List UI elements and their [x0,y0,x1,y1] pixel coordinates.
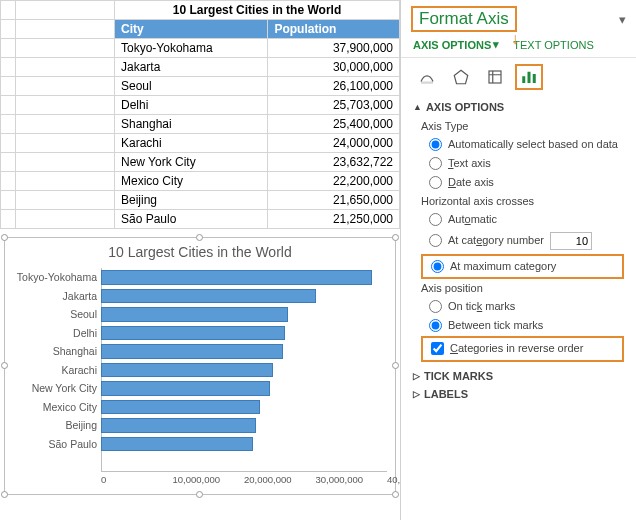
col-header-city[interactable]: City [114,20,267,39]
bar-label: Jakarta [11,290,101,302]
plot-area[interactable]: Tokyo-YokohamaJakartaSeoulDelhiShanghaiK… [11,268,387,472]
cell-pop[interactable]: 22,200,000 [268,172,400,191]
cell-pop[interactable]: 21,250,000 [268,210,400,229]
resize-handle[interactable] [196,234,203,241]
resize-handle[interactable] [196,491,203,498]
pane-title: Format Axis [411,6,517,32]
resize-handle[interactable] [392,362,399,369]
radio-at-cat-num[interactable] [429,234,442,247]
cell-pop[interactable]: 21,650,000 [268,191,400,210]
label-axis-type: Axis Type [421,118,624,135]
chevron-down-icon: ▾ [493,38,499,51]
bar[interactable] [101,418,256,433]
resize-handle[interactable] [1,362,8,369]
pane-menu-icon[interactable]: ▾ [619,12,626,27]
caret-right-icon: ▷ [413,389,420,399]
bar[interactable] [101,344,283,359]
cell-city[interactable]: Beijing [114,191,267,210]
size-properties-icon[interactable] [481,64,509,90]
cell-pop[interactable]: 30,000,000 [268,58,400,77]
x-axis[interactable]: 010,000,00020,000,00030,000,00040,000,00… [101,474,387,490]
cell-pop[interactable]: 26,100,000 [268,77,400,96]
cell-city[interactable]: Karachi [114,134,267,153]
callout-arrow-icon: ↓ [511,30,519,48]
cell-pop[interactable]: 24,000,000 [268,134,400,153]
bar[interactable] [101,400,260,415]
check-reverse-order[interactable] [431,342,444,355]
radio-between-tick[interactable] [429,319,442,332]
effects-icon[interactable] [447,64,475,90]
bar[interactable] [101,289,316,304]
cell-pop[interactable]: 25,703,000 [268,96,400,115]
cell-city[interactable]: Tokyo-Yokohama [114,39,267,58]
resize-handle[interactable] [1,234,8,241]
bar-label: Delhi [11,327,101,339]
col-header-pop[interactable]: Population [268,20,400,39]
cell-pop[interactable]: 25,400,000 [268,115,400,134]
bar-label: New York City [11,382,101,394]
table-title[interactable]: 10 Largest Cities in the World [114,1,399,20]
cell-pop[interactable]: 23,632,722 [268,153,400,172]
cell-city[interactable]: Mexico City [114,172,267,191]
bar[interactable] [101,270,372,285]
resize-handle[interactable] [392,234,399,241]
caret-right-icon: ▷ [413,371,420,381]
cell-city[interactable]: New York City [114,153,267,172]
cell-city[interactable]: Jakarta [114,58,267,77]
bar-label: São Paulo [11,438,101,450]
axis-options-icon[interactable] [515,64,543,90]
bar[interactable] [101,363,273,378]
bar[interactable] [101,437,253,452]
section-axis-options[interactable]: ▲AXIS OPTIONS [401,98,636,116]
cell-pop[interactable]: 37,900,000 [268,39,400,58]
bar-label: Mexico City [11,401,101,413]
data-table[interactable]: 10 Largest Cities in the World CityPopul… [0,0,400,229]
chart-object[interactable]: 10 Largest Cities in the World Tokyo-Yok… [4,237,396,495]
section-labels[interactable]: ▷LABELS [401,385,636,403]
radio-date-axis[interactable] [429,176,442,189]
bar[interactable] [101,307,288,322]
radio-on-tick[interactable] [429,300,442,313]
bar-label: Seoul [11,308,101,320]
label-h-cross: Horizontal axis crosses [421,193,624,210]
cell-city[interactable]: Delhi [114,96,267,115]
cat-number-input[interactable] [550,232,592,250]
fill-line-icon[interactable] [413,64,441,90]
radio-automatic[interactable] [429,213,442,226]
svg-rect-3 [528,72,531,83]
tab-axis-options[interactable]: AXIS OPTIONS ▾ [413,38,499,51]
format-axis-pane: Format Axis ▾ ↓ AXIS OPTIONS ▾ TEXT OPTI… [400,0,636,520]
svg-rect-1 [489,71,501,83]
cell-city[interactable]: São Paulo [114,210,267,229]
svg-marker-0 [454,70,468,84]
cell-city[interactable]: Seoul [114,77,267,96]
label-axis-pos: Axis position [421,280,624,297]
svg-rect-4 [533,74,536,83]
radio-at-max-category[interactable] [431,260,444,273]
resize-handle[interactable] [392,491,399,498]
bar[interactable] [101,381,270,396]
cell-city[interactable]: Shanghai [114,115,267,134]
caret-down-icon: ▲ [413,102,422,112]
bar-label: Shanghai [11,345,101,357]
resize-handle[interactable] [1,491,8,498]
svg-rect-2 [522,76,525,83]
section-tick-marks[interactable]: ▷TICK MARKS [401,367,636,385]
tab-text-options[interactable]: TEXT OPTIONS [513,38,593,51]
bar-label: Tokyo-Yokohama [11,271,101,283]
worksheet-area: 10 Largest Cities in the World CityPopul… [0,0,400,520]
radio-text-axis[interactable] [429,157,442,170]
chart-title[interactable]: 10 Largest Cities in the World [5,238,395,264]
bar[interactable] [101,326,285,341]
radio-auto-select[interactable] [429,138,442,151]
bar-label: Beijing [11,419,101,431]
bar-label: Karachi [11,364,101,376]
